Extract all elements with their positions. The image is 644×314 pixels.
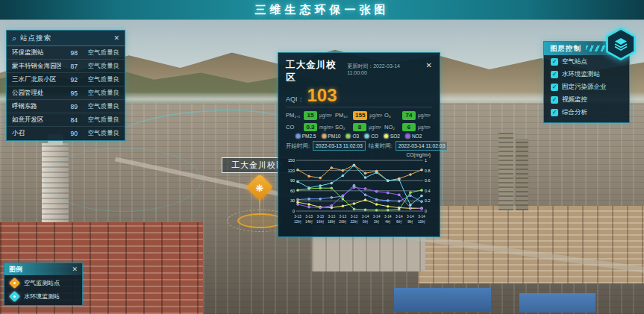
legend-item[interactable]: NO2 (406, 134, 422, 139)
start-time-input[interactable]: 2022-03-13 11:02:03 (313, 141, 366, 151)
map-legend-title: 图例 (9, 265, 22, 274)
svg-text:120: 120 (288, 169, 295, 173)
station-row[interactable]: 环保监测站 98 空气质量良 (7, 46, 125, 60)
end-time-label: 结束时间: (369, 142, 393, 150)
legend-item[interactable]: CO (365, 134, 378, 139)
checkbox-checked-icon[interactable]: ✓ (551, 84, 558, 91)
legend-item[interactable]: PM2.5 (296, 134, 316, 139)
pollutant-name: PM₂.₅ (286, 112, 301, 119)
pollutant-value-badge: 74 (402, 111, 416, 120)
map-legend-item: 水环境监测站 (4, 289, 82, 302)
svg-text:0.8: 0.8 (425, 169, 431, 173)
pollutant-grid: PM₂.₅ 15 µg/m³ PM₁₀ 155 µg/m³ O₃ 74 µg/m… (286, 111, 432, 131)
station-name: 环保监测站 (12, 48, 61, 57)
station-name: 蒙丰特钢金海园区 (12, 62, 61, 71)
right-axis-title: CO(mg/m³) (286, 152, 431, 157)
svg-text:3-13: 3-13 (328, 215, 335, 219)
close-icon[interactable]: ✕ (426, 62, 432, 69)
legend-item[interactable]: PM10 (322, 134, 341, 139)
map-legend-header: 图例 ✕ (4, 263, 82, 275)
svg-text:3-14: 3-14 (362, 215, 369, 219)
checkbox-checked-icon[interactable]: ✓ (551, 109, 558, 116)
svg-text:90: 90 (290, 178, 295, 183)
svg-text:1: 1 (425, 158, 427, 163)
pollutant-cell: O₃ 74 µg/m³ (384, 111, 432, 120)
station-status: 空气质量良 (78, 62, 119, 71)
layer-rows: ✓ 空气站点 ✓ 水环境监测站 ✓ 固定污染源企业 ✓ 视频监控 ✓ 综合分析 (544, 55, 629, 119)
svg-text:3-14: 3-14 (407, 215, 414, 219)
title-bar: 三维生态环保一张图 (0, 0, 644, 20)
page-title: 三维生态环保一张图 (255, 3, 390, 17)
legend-label: CO (371, 134, 378, 139)
legend-dot-icon (346, 134, 350, 138)
svg-text:4时: 4时 (385, 220, 391, 224)
layer-panel-title: 图层控制 (550, 44, 581, 54)
close-icon[interactable]: ✕ (113, 35, 119, 42)
popup-update-time: 更新时间：2022-03-14 11:00:00 (347, 63, 416, 75)
svg-text:3-14: 3-14 (384, 215, 392, 219)
svg-text:0.2: 0.2 (425, 199, 431, 204)
aqi-popup: 工大金川校区 更新时间：2022-03-14 11:00:00 ✕ AQI： 1… (278, 52, 440, 237)
legend-label: NO2 (412, 134, 422, 139)
pollutant-value-badge: 6 (402, 123, 416, 132)
station-row[interactable]: 小召 90 空气质量良 (7, 127, 125, 140)
checkbox-checked-icon[interactable]: ✓ (551, 71, 558, 78)
svg-text:3-13: 3-13 (316, 215, 324, 219)
pollutant-cell: CO 0.3 mg/m³ (286, 123, 334, 132)
svg-text:18时: 18时 (328, 220, 335, 224)
layer-row[interactable]: ✓ 水环境监测站 (544, 68, 629, 81)
station-row[interactable]: 如意开发区 84 空气质量良 (7, 113, 125, 127)
station-name: 公园管理处 (12, 89, 61, 98)
svg-text:3-14: 3-14 (418, 215, 425, 219)
svg-text:0时: 0时 (363, 220, 369, 224)
legend-dot-icon (365, 134, 369, 138)
station-panel-title: 站点搜索 (20, 34, 51, 43)
station-name: 呼钢东路 (12, 102, 61, 111)
svg-text:3-14: 3-14 (373, 215, 381, 219)
station-marker-icon: ❋ (250, 179, 269, 198)
station-marker-ring (237, 213, 284, 228)
station-row[interactable]: 呼钢东路 89 空气质量良 (7, 100, 125, 113)
layer-row[interactable]: ✓ 视频监控 (544, 93, 629, 106)
time-range-row: 开始时间: 2022-03-13 11:02:03 结束时间: 2022-03-… (286, 141, 432, 151)
svg-text:22时: 22时 (350, 220, 357, 224)
svg-text:8时: 8时 (407, 220, 413, 224)
station-row[interactable]: 三水厂北辰小区 92 空气质量良 (7, 73, 125, 87)
station-name: 三水厂北辰小区 (12, 75, 61, 84)
checkbox-checked-icon[interactable]: ✓ (551, 58, 558, 66)
building-block (519, 293, 595, 313)
svg-text:14时: 14时 (305, 220, 313, 224)
legend-item[interactable]: O3 (346, 134, 359, 139)
layers-hex-button[interactable] (604, 28, 637, 60)
station-status: 空气质量良 (78, 89, 119, 98)
pollutant-name: O₃ (384, 112, 400, 119)
pollutant-name: NO₂ (384, 124, 400, 131)
legend-dot-icon (406, 134, 410, 138)
pollutant-name: SO₂ (335, 124, 351, 131)
search-icon: ⌕ (12, 34, 16, 43)
station-aqi-value: 89 (61, 103, 78, 110)
station-status: 空气质量良 (78, 129, 119, 138)
layer-row[interactable]: ✓ 综合分析 (544, 106, 629, 119)
station-list-panel: ⌕ 站点搜索 ✕ 环保监测站 98 空气质量良 蒙丰特钢金海园区 87 空气质量… (6, 30, 125, 141)
layer-label: 综合分析 (562, 108, 587, 117)
station-row[interactable]: 蒙丰特钢金海园区 87 空气质量良 (7, 60, 125, 73)
end-time-input[interactable]: 2022-03-14 11:02:03 (396, 141, 448, 151)
svg-text:6时: 6时 (396, 220, 402, 224)
map-legend-label: 空气监测站点 (24, 279, 60, 287)
checkbox-checked-icon[interactable]: ✓ (551, 96, 558, 104)
building-block (394, 288, 491, 312)
legend-label: O3 (352, 134, 359, 139)
pollutant-unit: µg/m³ (369, 125, 381, 130)
layer-row[interactable]: ✓ 固定污染源企业 (544, 81, 629, 93)
map-legend-panel: 图例 ✕ 空气监测站点 水环境监测站 (4, 263, 83, 306)
legend-dot-icon (384, 134, 388, 138)
svg-text:3-13: 3-13 (340, 215, 347, 219)
station-name: 小召 (12, 129, 61, 138)
close-icon[interactable]: ✕ (72, 266, 78, 273)
popup-title: 工大金川校区 (286, 59, 343, 84)
pollutant-unit: µg/m³ (418, 125, 431, 130)
pollutant-line-chart: 00300.2600.4900.61200.815013-1312时3-1314… (286, 157, 434, 232)
legend-item[interactable]: SO2 (384, 134, 400, 139)
station-row[interactable]: 公园管理处 95 空气质量良 (7, 87, 125, 100)
